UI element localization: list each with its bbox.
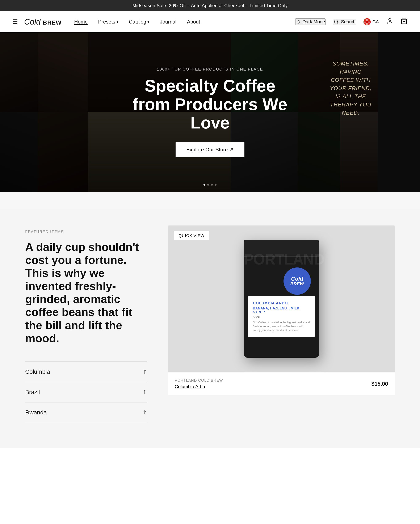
featured-origin-list: Columbia ↗ Brazil ↗ Rwanda ↗ [25, 361, 147, 423]
logo[interactable]: Cold BREW [24, 18, 61, 26]
bag-label: COLUMBIA ARBO. BANANA, HAZELNUT, MILK SY… [248, 296, 315, 337]
arrow-icon: ↗ [141, 409, 149, 416]
hero-quote: SOMETIMES, HAVING COFFEE WITH YOUR FRIEN… [328, 60, 374, 117]
bag-logo-italic: Cold [291, 276, 303, 281]
list-item-columbia[interactable]: Columbia ↗ [25, 362, 147, 382]
nav-journal[interactable]: Journal [160, 19, 176, 25]
nav-presets[interactable]: Presets ▾ [98, 19, 118, 25]
bag-label-origin: COLUMBIA ARBO. [253, 301, 310, 306]
svg-point-7 [366, 21, 368, 23]
header: ☰ Cold BREW Home Presets ▾ Catalog ▾ Jou… [0, 11, 420, 32]
bag-logo-bold: BREW [290, 281, 304, 286]
product-card-variant[interactable]: Columbia Arbo [175, 384, 223, 389]
hero-content: 1000+ TOP COFFEE PRODUCTS IN ONE PLACE S… [126, 67, 294, 157]
announcement-text: Midseason Sale: 20% Off – Auto Applied a… [132, 3, 288, 8]
hero-eyebrow: 1000+ TOP COFFEE PRODUCTS IN ONE PLACE [126, 67, 294, 72]
bag-label-desc: BANANA, HAZELNUT, MILK SYRUP [253, 306, 310, 314]
featured-product-column: QUICK VIEW PORTLAND Cold BREW COLUMBIA A… [168, 226, 395, 395]
menu-icon[interactable]: ☰ [13, 18, 18, 25]
product-card-name: PORTLAND COLD BREW [175, 378, 223, 383]
product-image-area: PORTLAND Cold BREW COLUMBIA ARBO. BANANA… [168, 226, 395, 372]
hero-section: SOMETIMES, HAVING COFFEE WITH YOUR FRIEN… [0, 32, 420, 192]
svg-line-1 [337, 23, 339, 24]
quick-view-badge[interactable]: QUICK VIEW [174, 231, 209, 240]
nav-catalog[interactable]: Catalog ▾ [129, 19, 149, 25]
hero-dot-4[interactable] [215, 184, 217, 186]
chevron-down-icon: ▾ [148, 19, 149, 24]
main-nav: Home Presets ▾ Catalog ▾ Journal About [74, 19, 295, 25]
nav-about[interactable]: About [187, 19, 200, 25]
chevron-down-icon: ▾ [117, 19, 118, 24]
list-item-brazil[interactable]: Brazil ↗ [25, 382, 147, 402]
product-card-price: $15.00 [371, 381, 388, 387]
moon-icon: ☽ [296, 19, 300, 25]
bag-logo-circle: Cold BREW [283, 267, 311, 295]
locale-button[interactable]: CA [364, 18, 379, 26]
product-card-info: PORTLAND COLD BREW Columbia Arbo [175, 378, 223, 389]
svg-rect-6 [364, 21, 370, 22]
bag-brand-large: PORTLAND [244, 251, 319, 268]
nav-home[interactable]: Home [74, 19, 88, 25]
flag-icon [364, 18, 371, 26]
product-bag: PORTLAND Cold BREW COLUMBIA ARBO. BANANA… [244, 240, 319, 358]
hero-cta-button[interactable]: Explore Our Store ↗ [175, 142, 245, 157]
cart-icon[interactable] [401, 18, 407, 26]
search-icon [333, 19, 339, 25]
featured-headline: A daily cup shouldn't cost you a fortune… [25, 240, 147, 345]
hero-title: Specialty Coffee from Producers We Love [126, 77, 294, 132]
search-button[interactable]: Search [333, 19, 356, 25]
bag-label-weight: 500G [253, 315, 310, 319]
hero-dot-3[interactable] [211, 184, 213, 186]
featured-tag: FEATURED ITEMS [25, 230, 147, 234]
account-icon[interactable] [386, 18, 393, 26]
arrow-icon: ↗ [141, 388, 149, 396]
list-item-rwanda[interactable]: Rwanda ↗ [25, 402, 147, 423]
hero-dot-1[interactable] [203, 184, 205, 186]
announcement-bar: Midseason Sale: 20% Off – Auto Applied a… [0, 0, 420, 11]
section-spacer [0, 192, 420, 209]
dark-mode-button[interactable]: ☽ Dark Mode [295, 18, 325, 25]
hero-pagination [203, 184, 217, 186]
bag-label-text: Our Coffee is roasted to the highest qua… [253, 321, 310, 332]
svg-point-8 [389, 18, 391, 21]
featured-section: FEATURED ITEMS A daily cup shouldn't cos… [0, 209, 420, 448]
svg-rect-5 [367, 19, 368, 25]
arrow-icon: ↗ [141, 368, 149, 376]
product-card-footer: PORTLAND COLD BREW Columbia Arbo $15.00 [168, 372, 395, 395]
header-actions: ☽ Dark Mode Search CA [295, 18, 407, 26]
product-card: QUICK VIEW PORTLAND Cold BREW COLUMBIA A… [168, 226, 395, 395]
hero-dot-2[interactable] [207, 184, 209, 186]
svg-point-0 [334, 20, 337, 23]
logo-text: Cold BREW [24, 18, 61, 26]
featured-left-column: FEATURED ITEMS A daily cup shouldn't cos… [25, 226, 147, 423]
